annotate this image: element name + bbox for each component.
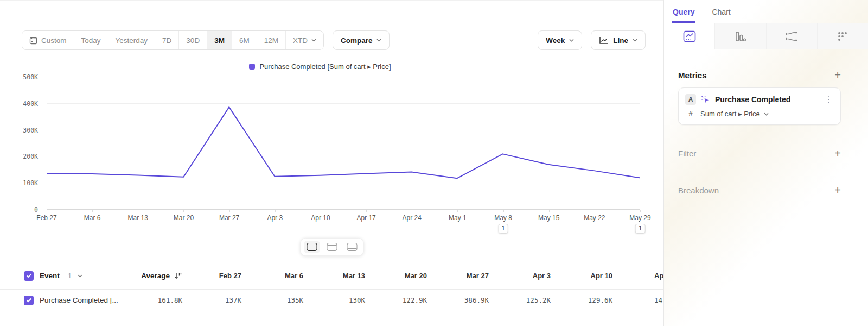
axis-tick	[183, 210, 184, 212]
series-line	[47, 77, 640, 210]
y-axis-label: 400K	[0, 101, 38, 107]
event-selector[interactable]: Event1	[0, 271, 118, 281]
column-header-clipped: Apr	[623, 272, 663, 280]
table-row: Purchase Completed [... 161.8K 137K135K1…	[0, 290, 663, 311]
gridline	[47, 103, 640, 104]
chart-top-view-toggle[interactable]	[324, 241, 340, 253]
filter-title: Filter	[678, 149, 696, 158]
x-axis-label: May 15	[538, 214, 559, 222]
table-header-row: Event1 Average Feb 27Mar 6Mar 13Mar 20Ma…	[0, 262, 663, 290]
column-header: Mar 6	[252, 272, 314, 280]
annotation-badge[interactable]: 1	[498, 224, 508, 234]
metric-card[interactable]: A Purchase Completed ⋮ # Sum of cart ▸ P…	[678, 87, 841, 125]
column-header: Feb 27	[190, 272, 252, 280]
analysis-type-tabs	[664, 23, 868, 49]
row-checkbox[interactable]	[24, 296, 34, 305]
column-header: Mar 27	[438, 272, 500, 280]
annotation-badge[interactable]: 1	[635, 224, 646, 234]
filter-section: Filter +	[664, 148, 868, 159]
analysis-tab-funnels[interactable]	[766, 23, 817, 49]
event-count: 1	[68, 272, 72, 280]
column-header: Mar 20	[376, 272, 438, 280]
event-header-label: Event	[40, 272, 60, 280]
table-cell-value: 122.9K	[376, 296, 438, 304]
analysis-tab-insights[interactable]	[664, 23, 714, 49]
average-value: 161.8K	[158, 296, 182, 304]
split-view-toggle[interactable]	[304, 241, 320, 253]
axis-tick	[229, 210, 230, 212]
panel-tabs: Query Chart	[664, 0, 868, 23]
analysis-tab-retention[interactable]	[817, 23, 868, 49]
axis-tick	[549, 210, 550, 212]
table-bottom-view-icon	[347, 243, 357, 251]
plot-area	[47, 77, 640, 210]
table-bottom-view-toggle[interactable]	[344, 241, 360, 253]
y-axis-label: 200K	[0, 153, 38, 160]
axis-tick	[47, 210, 47, 212]
numeric-property-icon: #	[687, 110, 694, 118]
metrics-header: Metrics +	[678, 70, 841, 80]
x-axis-label: May 1	[449, 214, 467, 222]
tab-query[interactable]: Query	[672, 7, 695, 23]
gridline	[47, 130, 640, 130]
table-cell-value-clipped: 14	[623, 296, 663, 304]
column-header: Apr 3	[500, 272, 561, 280]
breakdown-title: Breakdown	[678, 186, 719, 195]
aggregation-dropdown[interactable]: Sum of cart ▸ Price	[700, 110, 769, 118]
query-panel: Query Chart Metrics + A	[663, 0, 868, 326]
retention-dots-icon	[837, 31, 848, 42]
funnel-flows-icon	[785, 31, 798, 42]
x-axis: Feb 27Mar 6Mar 13Mar 20Mar 27Apr 3Apr 10…	[47, 210, 640, 224]
table-cell-value: 137K	[190, 296, 252, 304]
y-axis-label: 100K	[0, 180, 38, 186]
x-axis-label: Mar 27	[219, 214, 239, 222]
axis-tick	[412, 210, 412, 212]
analysis-tab-bars[interactable]	[714, 23, 765, 49]
report-main: CustomTodayYesterday7D30D3M6M12MXTD Comp…	[0, 0, 663, 326]
metrics-title: Metrics	[678, 71, 707, 80]
add-filter-button[interactable]: +	[834, 148, 841, 159]
y-axis-label: 300K	[0, 127, 38, 134]
column-header: Apr 10	[561, 272, 623, 280]
split-view-icon	[307, 243, 317, 251]
annotation-badges: 11	[47, 224, 640, 236]
average-column-header[interactable]: Average	[118, 272, 190, 280]
x-axis-label: May 22	[584, 214, 605, 222]
x-axis-label: Mar 13	[128, 214, 148, 222]
metrics-section: Metrics + A Purchase Completed ⋮ # Sum o…	[664, 70, 868, 125]
breakdown-table: Event1 Average Feb 27Mar 6Mar 13Mar 20Ma…	[0, 262, 663, 311]
x-axis-label: Apr 10	[311, 214, 330, 222]
axis-tick	[321, 210, 321, 212]
event-click-icon	[701, 95, 710, 104]
row-event-cell: Purchase Completed [...	[0, 296, 118, 305]
x-axis-label: Apr 24	[403, 214, 422, 222]
x-axis-label: Apr 3	[267, 214, 283, 222]
chart-top-view-icon	[327, 243, 337, 251]
metric-menu-kebab[interactable]: ⋮	[824, 95, 834, 104]
sort-descending-icon[interactable]	[174, 272, 182, 279]
axis-tick	[366, 210, 367, 212]
chevron-down-icon	[78, 274, 82, 278]
add-breakdown-button[interactable]: +	[834, 185, 841, 196]
chevron-down-icon	[764, 112, 769, 116]
metric-row-aggregation: # Sum of cart ▸ Price	[685, 110, 834, 118]
line-chart: 0100K200K300K400K500K Feb 27Mar 6Mar 13M…	[0, 1, 663, 240]
table-cell-value: 129.6K	[561, 296, 623, 304]
y-axis: 0100K200K300K400K500K	[0, 77, 38, 210]
row-average-cell: 161.8K	[118, 296, 190, 304]
tab-chart[interactable]: Chart	[711, 7, 731, 23]
axis-tick	[275, 210, 276, 212]
layout-toggle-group	[300, 238, 363, 256]
axis-tick	[138, 210, 138, 212]
gridline	[47, 77, 640, 77]
gridline	[47, 156, 640, 156]
add-metric-button[interactable]: +	[834, 70, 841, 80]
date-columns-header: Feb 27Mar 6Mar 13Mar 20Mar 27Apr 3Apr 10…	[190, 262, 663, 289]
bar-chart-icon	[735, 30, 746, 42]
x-axis-label: Mar 20	[174, 214, 194, 222]
select-all-checkbox[interactable]	[24, 271, 34, 281]
breakdown-section: Breakdown +	[664, 185, 868, 196]
x-axis-label: May 8	[494, 214, 512, 222]
axis-tick	[595, 210, 595, 212]
y-axis-label: 0	[0, 206, 38, 213]
